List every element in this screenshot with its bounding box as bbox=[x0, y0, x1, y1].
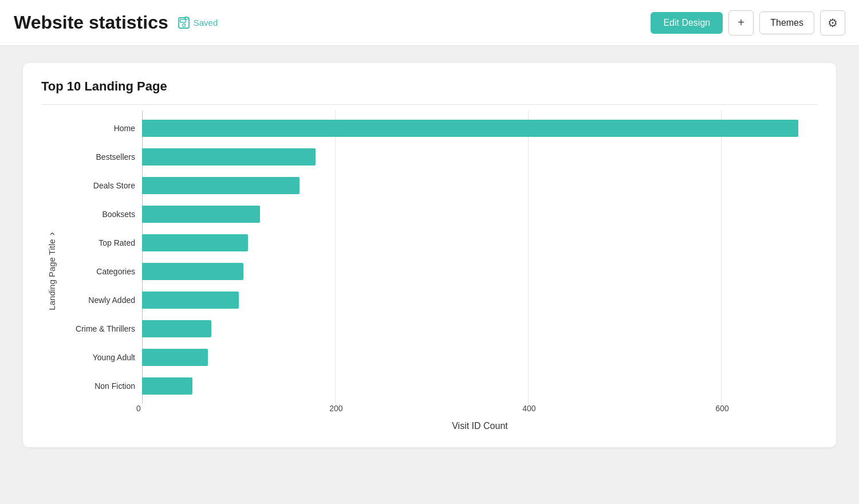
chart-divider bbox=[41, 104, 818, 105]
bar-row bbox=[142, 343, 818, 372]
y-label: Bestsellers bbox=[62, 143, 135, 171]
bar bbox=[142, 148, 316, 166]
bar-row bbox=[142, 229, 818, 257]
y-axis-label-container: Landing Page Title › bbox=[41, 111, 62, 431]
chevron-right-icon: › bbox=[46, 232, 58, 235]
y-labels: HomeBestsellersDeals StoreBooksetsTop Ra… bbox=[62, 111, 142, 404]
bar bbox=[142, 234, 248, 251]
y-label: Categories bbox=[62, 257, 135, 286]
gear-icon: ⚙ bbox=[828, 16, 838, 30]
x-axis: 0200400600 bbox=[142, 404, 818, 418]
bar-row bbox=[142, 286, 818, 314]
svg-text:✱: ✱ bbox=[185, 17, 187, 20]
bar bbox=[142, 377, 192, 395]
bar-row bbox=[142, 314, 818, 343]
saved-indicator: ✱ Saved bbox=[178, 17, 218, 29]
saved-icon: ✱ bbox=[178, 17, 190, 29]
chart-card: Top 10 Landing Page Landing Page Title ›… bbox=[23, 63, 836, 447]
bars-and-yaxis: HomeBestsellersDeals StoreBooksetsTop Ra… bbox=[62, 111, 818, 404]
svg-point-1 bbox=[182, 23, 185, 26]
page-header: Website statistics ✱ Saved Edit Design +… bbox=[0, 0, 859, 46]
y-label: Non Fiction bbox=[62, 372, 135, 400]
bar bbox=[142, 120, 798, 137]
bar-row bbox=[142, 257, 818, 286]
y-label: Top Rated bbox=[62, 229, 135, 257]
bars-section bbox=[142, 111, 818, 404]
y-label: Booksets bbox=[62, 200, 135, 229]
edit-design-button[interactable]: Edit Design bbox=[651, 12, 723, 34]
y-label: Home bbox=[62, 114, 135, 143]
saved-label: Saved bbox=[194, 18, 218, 27]
y-label: Young Adult bbox=[62, 343, 135, 372]
add-button[interactable]: + bbox=[728, 10, 754, 36]
bar bbox=[142, 206, 260, 223]
x-axis-label: Visit ID Count bbox=[142, 421, 818, 431]
page-title: Website statistics bbox=[14, 12, 168, 33]
header-left: Website statistics ✱ Saved bbox=[14, 12, 218, 33]
y-label: Newly Added bbox=[62, 286, 135, 314]
chart-title: Top 10 Landing Page bbox=[41, 79, 818, 94]
bar bbox=[142, 349, 208, 366]
x-tick: 400 bbox=[522, 404, 535, 413]
bar-row bbox=[142, 200, 818, 229]
y-axis-label: Landing Page Title › bbox=[46, 232, 58, 310]
bar-row bbox=[142, 171, 818, 200]
header-right: Edit Design + Themes ⚙ bbox=[651, 10, 845, 36]
x-tick: 600 bbox=[715, 404, 728, 413]
bar bbox=[142, 263, 243, 280]
main-content: Top 10 Landing Page Landing Page Title ›… bbox=[0, 46, 859, 504]
bar bbox=[142, 320, 211, 337]
x-tick: 0 bbox=[136, 404, 141, 413]
settings-button[interactable]: ⚙ bbox=[820, 10, 845, 36]
x-tick: 200 bbox=[329, 404, 342, 413]
y-label: Deals Store bbox=[62, 171, 135, 200]
y-label: Crime & Thrillers bbox=[62, 314, 135, 343]
plus-icon: + bbox=[738, 16, 744, 29]
bar-row bbox=[142, 114, 818, 143]
bar-row bbox=[142, 372, 818, 400]
themes-button[interactable]: Themes bbox=[759, 11, 814, 34]
bar-row bbox=[142, 143, 818, 171]
bar bbox=[142, 292, 239, 309]
chart-inner: HomeBestsellersDeals StoreBooksetsTop Ra… bbox=[62, 111, 818, 431]
bar bbox=[142, 177, 300, 194]
bars-rows bbox=[142, 111, 818, 404]
chart-area: Landing Page Title › HomeBestsellersDeal… bbox=[41, 111, 818, 431]
